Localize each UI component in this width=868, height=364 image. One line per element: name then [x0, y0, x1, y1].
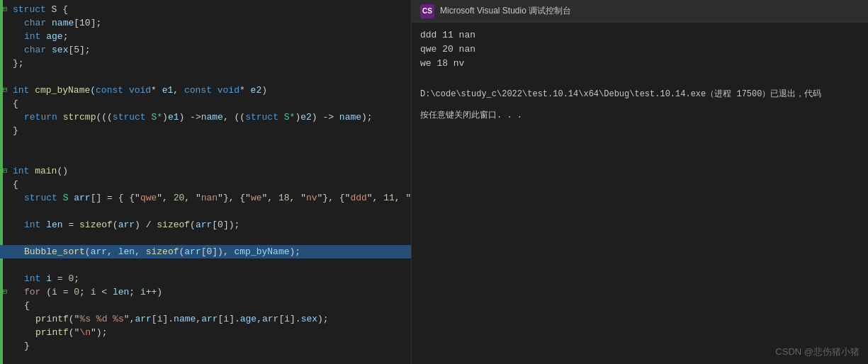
token-punc: [46, 45, 52, 55]
line-code: Bubble_sort(arr, len, sizeof(arr[0]), cm…: [21, 245, 411, 258]
line-code: [10, 70, 411, 84]
line-code: }: [21, 339, 411, 353]
token-str: we: [251, 193, 262, 203]
token-punc: ;: [129, 287, 140, 297]
token-punc: (: [90, 85, 96, 96]
token-param: name: [174, 314, 196, 324]
token-kw: char: [24, 45, 46, 55]
token-punc: [57, 112, 63, 123]
token-param: sex: [301, 314, 317, 324]
token-param: arr: [184, 246, 201, 257]
fold-indicator[interactable]: ⊟: [0, 84, 10, 97]
token-punc: ;: [79, 287, 91, 297]
token-num: 11: [383, 193, 395, 203]
line-code: int main(): [10, 164, 411, 178]
line-code: [10, 137, 411, 151]
token-punc: *: [151, 85, 162, 96]
token-punc: ");: [91, 327, 107, 338]
line-code: {: [21, 299, 411, 312]
token-punc: [123, 85, 129, 96]
token-punc: }: [13, 125, 18, 136]
console-panel: CS Microsoft Visual Studio 调试控制台 ddd 11 …: [411, 0, 868, 364]
token-punc: );: [317, 314, 329, 324]
token-punc: (): [57, 166, 68, 176]
line-code: int len = sizeof(arr) / sizeof(arr[0]);: [21, 218, 411, 232]
token-param: e2: [300, 112, 312, 123]
token-str: ddd: [350, 193, 366, 203]
token-param: arr: [135, 314, 151, 324]
token-punc: , ": [395, 193, 411, 203]
token-punc: "}, {": [317, 193, 351, 203]
code-editor: ⊟struct S {char name[10];int age;char se…: [0, 0, 411, 364]
token-punc: ) ->: [312, 112, 339, 123]
token-macro: printf: [35, 327, 69, 338]
code-line: [0, 70, 411, 84]
token-fn: strcmp: [63, 112, 96, 123]
token-fn: Bubble_sort: [24, 246, 85, 257]
code-line: [0, 353, 411, 364]
token-punc: [0]),: [201, 246, 235, 257]
token-str: qwe: [140, 193, 157, 203]
token-punc: (: [190, 220, 196, 230]
token-punc: , ": [184, 193, 201, 203]
token-type: S*: [151, 112, 162, 123]
code-line: int len = sizeof(arr) / sizeof(arr[0]);: [0, 218, 411, 232]
console-path-2: 按任意键关闭此窗口. . .: [420, 109, 859, 122]
token-kw: int: [24, 31, 40, 42]
code-line: return strcmp(((struct S*)e1) ->name, ((…: [0, 110, 411, 124]
token-punc: ;: [74, 273, 79, 284]
token-str: %s %d %s: [79, 314, 123, 324]
token-kw: int: [13, 85, 29, 96]
code-line: int i = 0;: [0, 272, 411, 285]
line-code: char sex[5];: [21, 43, 411, 57]
code-line: ⊟int main(): [0, 164, 411, 178]
token-punc: "}, {": [218, 193, 251, 203]
token-fn: main: [35, 166, 57, 176]
token-param: e1: [162, 85, 174, 96]
fold-indicator[interactable]: ⊟: [0, 285, 10, 299]
code-line: printf("\n");: [0, 326, 411, 339]
token-type: S*: [284, 112, 295, 123]
code-line: char sex[5];: [0, 43, 411, 57]
line-code: {: [10, 178, 411, 191]
token-macro: sizeof: [79, 220, 113, 230]
token-kw: void: [218, 85, 239, 96]
token-num: 18: [278, 193, 290, 203]
token-kw: void: [129, 85, 151, 96]
token-punc: , ": [290, 193, 306, 203]
token-punc: , ((: [223, 112, 245, 123]
line-code: for (i = 0; i < len; i++): [21, 285, 411, 299]
token-num: 0: [74, 287, 79, 297]
token-punc: *: [239, 85, 251, 96]
token-punc: S {: [46, 4, 68, 15]
vs-icon: CS: [420, 4, 434, 18]
token-kw2: for: [24, 287, 40, 297]
token-punc: [] = { {": [91, 193, 140, 203]
console-output-line: we 18 nv: [420, 57, 859, 71]
token-kw: struct: [113, 112, 146, 123]
token-punc: ,: [257, 314, 262, 324]
code-line: ⊟int cmp_byName(const void* e1, const vo…: [0, 84, 411, 97]
fold-indicator[interactable]: ⊟: [0, 164, 10, 178]
console-title: Microsoft Visual Studio 调试控制台: [440, 5, 571, 17]
token-punc: );: [290, 246, 301, 257]
token-macro: sizeof: [146, 246, 179, 257]
watermark: CSDN @悲伤猪小猪: [775, 346, 859, 358]
code-line: [0, 151, 411, 164]
code-line: [0, 205, 411, 218]
token-kw: struct: [13, 4, 46, 15]
token-param: sex: [52, 45, 68, 55]
code-line: ⊟struct S {: [0, 3, 411, 16]
line-code: return strcmp(((struct S*)e1) ->name, ((…: [21, 110, 411, 124]
token-punc: ",: [367, 193, 383, 203]
line-code: printf("%s %d %s",arr[i].name,arr[i].age…: [33, 312, 411, 326]
line-code: printf("\n");: [33, 326, 411, 339]
line-code: [21, 205, 411, 218]
token-param: i: [223, 314, 229, 324]
token-kw: struct: [24, 193, 57, 203]
fold-indicator[interactable]: ⊟: [0, 3, 10, 16]
token-punc: (": [69, 314, 80, 324]
token-kw: return: [24, 112, 57, 123]
token-param: age: [46, 31, 62, 42]
code-line: {: [0, 97, 411, 110]
